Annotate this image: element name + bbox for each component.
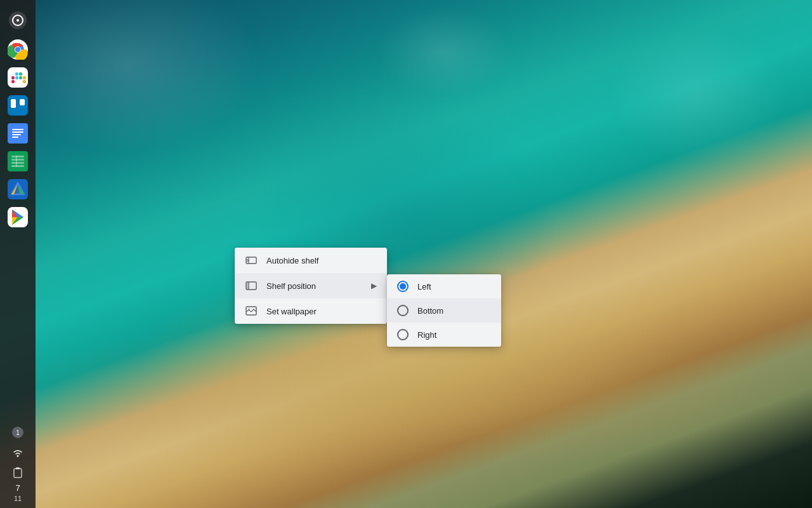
svg-rect-48 — [246, 257, 256, 264]
sheets-icon — [8, 151, 28, 171]
shelf-position-right-item[interactable]: Right — [387, 323, 501, 347]
shelf-position-submenu: Left Bottom Right — [387, 274, 501, 347]
set-wallpaper-menu-item[interactable]: Set wallpaper — [235, 298, 387, 324]
launcher-icon — [9, 11, 27, 29]
slack-app-icon[interactable] — [5, 65, 30, 90]
sheets-app-icon[interactable] — [5, 149, 30, 174]
bottom-radio-button[interactable] — [397, 305, 409, 316]
svg-rect-47 — [16, 467, 20, 469]
right-radio-button[interactable] — [397, 329, 409, 340]
svg-point-54 — [248, 309, 250, 311]
left-radio-indicator — [400, 283, 406, 290]
svg-rect-51 — [246, 282, 249, 290]
left-radio-button[interactable] — [397, 281, 409, 292]
svg-rect-23 — [12, 137, 18, 138]
shelf-position-menu-icon — [245, 279, 258, 292]
slack-icon — [8, 67, 28, 88]
launcher-button[interactable] — [5, 8, 30, 33]
svg-point-6 — [15, 47, 20, 52]
shelf-position-bottom-item[interactable]: Bottom — [387, 298, 501, 323]
svg-point-2 — [16, 19, 19, 22]
shelf-position-arrow-icon: ▶ — [371, 281, 377, 290]
autohide-shelf-label: Autohide shelf — [266, 256, 318, 265]
svg-rect-46 — [14, 469, 22, 478]
time-display: 7 — [15, 483, 20, 494]
left-position-label: Left — [417, 282, 431, 291]
svg-rect-28 — [11, 165, 24, 167]
svg-rect-10 — [15, 72, 18, 76]
svg-rect-24 — [8, 151, 28, 171]
clipboard-icon — [11, 467, 24, 479]
svg-rect-22 — [12, 134, 21, 135]
drive-icon — [8, 179, 28, 199]
docs-app-icon[interactable] — [5, 121, 30, 146]
date-display: 11 — [14, 494, 22, 503]
svg-rect-25 — [11, 156, 24, 157]
time-tray-item[interactable]: 7 11 — [5, 484, 30, 503]
svg-rect-20 — [12, 129, 23, 130]
right-position-label: Right — [417, 330, 436, 340]
desktop-background — [0, 0, 812, 508]
svg-rect-21 — [12, 131, 23, 133]
trello-app-icon[interactable] — [5, 93, 30, 118]
svg-rect-8 — [11, 76, 15, 79]
set-wallpaper-label: Set wallpaper — [266, 307, 317, 316]
play-store-app-icon[interactable] — [5, 204, 30, 230]
svg-rect-12 — [19, 76, 22, 79]
shelf: 1 7 11 — [0, 0, 36, 508]
context-menu: Autohide shelf Shelf position ▶ Set wall… — [235, 248, 387, 324]
wifi-icon — [11, 446, 24, 459]
svg-rect-18 — [20, 99, 25, 105]
svg-rect-9 — [11, 80, 15, 83]
notification-icon: 1 — [11, 426, 24, 439]
svg-text:1: 1 — [16, 429, 20, 436]
shelf-position-label: Shelf position — [266, 281, 316, 291]
autohide-menu-icon — [245, 254, 258, 267]
svg-rect-11 — [15, 76, 18, 79]
svg-rect-15 — [23, 80, 26, 83]
svg-rect-16 — [8, 95, 28, 116]
shelf-position-menu-item[interactable]: Shelf position ▶ — [235, 273, 387, 298]
docs-icon — [8, 123, 28, 144]
svg-point-45 — [17, 455, 19, 457]
bottom-position-label: Bottom — [417, 306, 443, 316]
shelf-position-left-item[interactable]: Left — [387, 274, 501, 298]
wifi-tray-item[interactable] — [5, 443, 30, 462]
svg-rect-17 — [11, 99, 16, 108]
svg-rect-26 — [11, 159, 24, 161]
svg-rect-19 — [8, 123, 28, 144]
chrome-icon — [8, 39, 28, 60]
autohide-shelf-menu-item[interactable]: Autohide shelf — [235, 248, 387, 273]
system-tray: 1 7 11 — [0, 423, 36, 508]
notification-tray-item[interactable]: 1 — [5, 423, 30, 442]
play-store-icon — [8, 207, 28, 227]
svg-rect-13 — [19, 72, 22, 76]
clipboard-tray-item[interactable] — [5, 464, 30, 483]
chrome-app-icon[interactable] — [5, 37, 30, 62]
drive-app-icon[interactable] — [5, 177, 30, 202]
trello-icon — [8, 95, 28, 116]
svg-rect-27 — [11, 162, 24, 164]
wallpaper-menu-icon — [245, 305, 258, 318]
svg-rect-14 — [23, 76, 26, 79]
